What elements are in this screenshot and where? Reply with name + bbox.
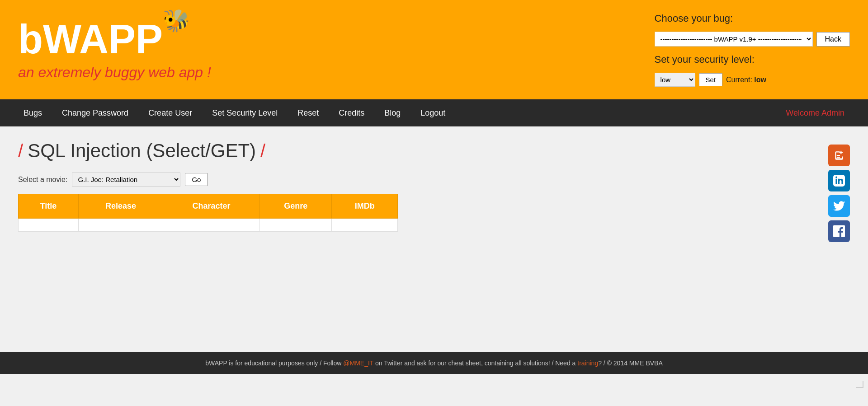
header-controls: Choose your bug: -----------------------… (655, 13, 850, 87)
security-level-row: low medium high Set Current: low (655, 73, 766, 87)
footer-text-end: ? / © 2014 MME BVBA (598, 359, 663, 367)
sidebar (828, 140, 850, 339)
logo-text: bWAPP (18, 17, 163, 62)
table-row (19, 219, 398, 232)
nav-change-password[interactable]: Change Password (52, 99, 138, 126)
content-area: / SQL Injection (Select/GET) / Select a … (18, 140, 815, 339)
nav-logout[interactable]: Logout (410, 99, 455, 126)
movie-select-dropdown[interactable]: G.I. Joe: Retaliation Iron Man Man of St… (72, 173, 180, 187)
footer-text-before: bWAPP is for educational purposes only /… (205, 359, 343, 367)
movie-select-row: Select a movie: G.I. Joe: Retaliation Ir… (18, 173, 815, 187)
choose-bug-row: ----------------------- bWAPP v1.9+ ----… (655, 32, 850, 47)
logo-subtitle: an extremely buggy web app ! (18, 64, 211, 81)
table-cell-release (79, 219, 163, 232)
page-title: SQL Injection (Select/GET) (28, 140, 256, 162)
facebook-icon[interactable] (828, 220, 850, 242)
footer: bWAPP is for educational purposes only /… (0, 352, 868, 374)
header: bWAPP 🐝 an extremely buggy web app ! Cho… (0, 0, 868, 99)
logo-title: bWAPP 🐝 (18, 19, 211, 60)
table-header-row: Title Release Character Genre IMDb (19, 194, 398, 219)
movie-select-label: Select a movie: (18, 176, 67, 184)
table-header-release: Release (79, 194, 163, 219)
footer-text-after: on Twitter and ask for our cheat sheet, … (373, 359, 577, 367)
blogger-icon[interactable] (828, 145, 850, 166)
slash-right: / (260, 141, 265, 161)
movie-table: Title Release Character Genre IMDb (18, 194, 398, 232)
table-cell-genre (260, 219, 332, 232)
main-content: / SQL Injection (Select/GET) / Select a … (0, 126, 868, 352)
table-cell-imdb (332, 219, 398, 232)
current-level-value: low (754, 76, 766, 84)
current-level-text: Current: low (726, 76, 766, 84)
hack-button[interactable]: Hack (816, 32, 850, 47)
page-title-area: / SQL Injection (Select/GET) / (18, 140, 815, 162)
navbar: Bugs Change Password Create User Set Sec… (0, 99, 868, 126)
nav-set-security-level[interactable]: Set Security Level (202, 99, 288, 126)
nav-reset[interactable]: Reset (288, 99, 329, 126)
table-cell-title (19, 219, 79, 232)
logo-area: bWAPP 🐝 an extremely buggy web app ! (18, 19, 211, 81)
nav-credits[interactable]: Credits (329, 99, 374, 126)
table-cell-character (163, 219, 259, 232)
table-header-genre: Genre (260, 194, 332, 219)
footer-twitter-link[interactable]: @MME_IT (343, 359, 373, 367)
bug-select-dropdown[interactable]: ----------------------- bWAPP v1.9+ ----… (655, 32, 813, 47)
set-security-button[interactable]: Set (699, 73, 723, 86)
table-header-character: Character (163, 194, 259, 219)
go-button[interactable]: Go (185, 173, 208, 186)
nav-blog[interactable]: Blog (374, 99, 410, 126)
security-level-select[interactable]: low medium high (655, 73, 695, 87)
nav-bugs[interactable]: Bugs (14, 99, 52, 126)
nav-welcome-admin[interactable]: Welcome Admin (776, 99, 854, 126)
nav-create-user[interactable]: Create User (138, 99, 202, 126)
security-level-label: Set your security level: (655, 54, 755, 65)
choose-bug-label: Choose your bug: (655, 13, 733, 24)
bee-icon: 🐝 (163, 10, 190, 32)
footer-training-link[interactable]: training (577, 359, 598, 367)
linkedin-icon[interactable] (828, 170, 850, 191)
table-header-imdb: IMDb (332, 194, 398, 219)
slash-left: / (18, 141, 23, 161)
table-header-title: Title (19, 194, 79, 219)
twitter-icon[interactable] (828, 195, 850, 217)
